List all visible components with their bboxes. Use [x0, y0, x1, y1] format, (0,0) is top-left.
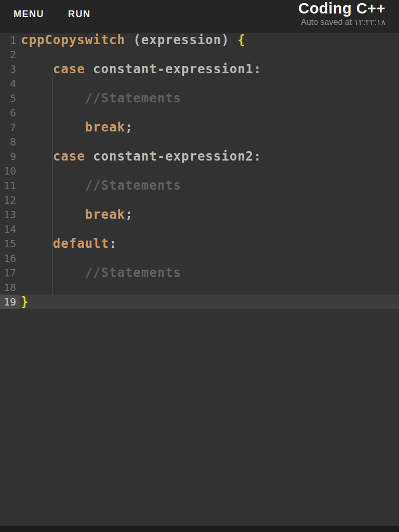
code-text: //Statements — [20, 265, 399, 280]
code-editor[interactable]: 1cppCopyswitch (expression) {23 case con… — [0, 33, 399, 310]
code-line[interactable]: 4 — [0, 76, 399, 91]
code-line[interactable]: 9 case constant-expression2: — [0, 149, 399, 164]
code-line[interactable]: 13 break; — [0, 207, 399, 222]
line-number: 1 — [0, 33, 20, 47]
top-bar: MENU RUN Coding C++ Auto saved at ١٣:٣٣:… — [0, 0, 399, 33]
line-number: 15 — [0, 236, 20, 251]
code-text — [20, 135, 399, 149]
app-title: Coding C++ — [298, 0, 385, 17]
line-number: 18 — [0, 280, 20, 295]
code-text: cppCopyswitch (expression) { — [20, 33, 399, 47]
autosave-status: Auto saved at ١٣:٣٣:١٨ — [298, 17, 385, 27]
code-text: //Statements — [20, 178, 399, 193]
title-block: Coding C++ Auto saved at ١٣:٣٣:١٨ — [298, 0, 399, 33]
code-text — [20, 251, 399, 265]
line-number: 6 — [0, 105, 20, 120]
line-number: 12 — [0, 193, 20, 207]
code-rows: 1cppCopyswitch (expression) {23 case con… — [0, 33, 399, 309]
line-number: 10 — [0, 164, 20, 178]
bottom-system-bar — [0, 526, 399, 532]
code-text — [20, 105, 399, 120]
code-text: default: — [20, 236, 399, 251]
line-number: 2 — [0, 47, 20, 62]
line-number: 5 — [0, 91, 20, 105]
code-line[interactable]: 5 //Statements — [0, 91, 399, 105]
code-text — [20, 76, 399, 91]
code-text: //Statements — [20, 91, 399, 105]
code-text: } — [20, 295, 399, 309]
code-text — [20, 222, 399, 236]
line-number: 19 — [0, 295, 20, 309]
line-number: 4 — [0, 76, 20, 91]
code-line[interactable]: 12 — [0, 193, 399, 207]
code-line[interactable]: 15 default: — [0, 236, 399, 251]
line-number: 8 — [0, 135, 20, 149]
code-text — [20, 47, 399, 62]
top-bar-actions: MENU RUN — [0, 0, 91, 33]
run-button[interactable]: RUN — [68, 5, 91, 24]
code-text: case constant-expression1: — [20, 62, 399, 76]
menu-button[interactable]: MENU — [14, 5, 44, 24]
code-text — [20, 193, 399, 207]
code-line[interactable]: 1cppCopyswitch (expression) { — [0, 33, 399, 47]
line-number: 13 — [0, 207, 20, 222]
code-text: break; — [20, 207, 399, 222]
code-line[interactable]: 3 case constant-expression1: — [0, 62, 399, 76]
code-line[interactable]: 14 — [0, 222, 399, 236]
code-line[interactable]: 18 — [0, 280, 399, 295]
line-number: 7 — [0, 120, 20, 135]
line-number: 11 — [0, 178, 20, 193]
code-text — [20, 280, 399, 295]
line-number: 16 — [0, 251, 20, 265]
line-number: 9 — [0, 149, 20, 164]
line-number: 3 — [0, 62, 20, 76]
line-number: 17 — [0, 265, 20, 280]
code-text: break; — [20, 120, 399, 135]
code-line[interactable]: 7 break; — [0, 120, 399, 135]
code-line[interactable]: 10 — [0, 164, 399, 178]
code-line[interactable]: 16 — [0, 251, 399, 265]
code-line[interactable]: 11 //Statements — [0, 178, 399, 193]
code-line[interactable]: 2 — [0, 47, 399, 62]
code-line[interactable]: 19} — [0, 295, 399, 309]
code-line[interactable]: 8 — [0, 135, 399, 149]
code-text: case constant-expression2: — [20, 149, 399, 164]
code-line[interactable]: 6 — [0, 105, 399, 120]
line-number: 14 — [0, 222, 20, 236]
code-line[interactable]: 17 //Statements — [0, 265, 399, 280]
code-text — [20, 164, 399, 178]
